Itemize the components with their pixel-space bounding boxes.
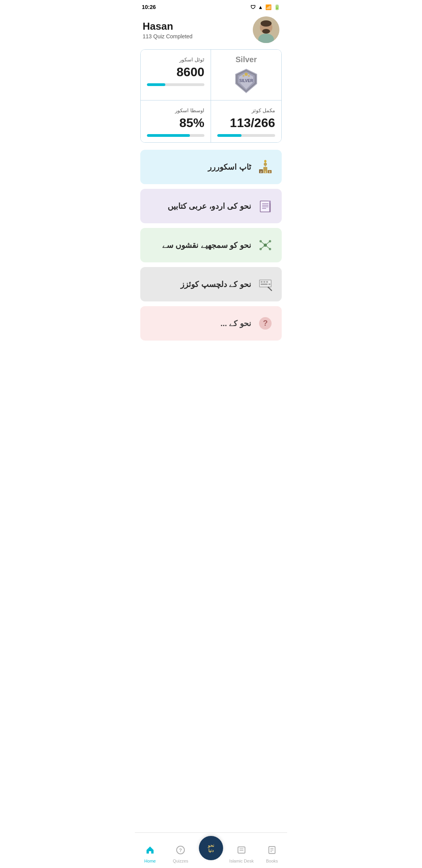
status-icons: 🛡 ▲ 📶 🔋 [250, 4, 280, 10]
completed-quiz-progress-bg [217, 134, 275, 137]
svg-text:2: 2 [260, 170, 262, 173]
quizzes-card[interactable]: نحو کے دلچسپ کوئزز [140, 267, 282, 301]
top-scorers-card[interactable]: ٹاپ اسکوررر 2 1 3 [140, 150, 282, 184]
nav-books[interactable]: Books [257, 845, 287, 863]
books-nav-label: Books [266, 859, 278, 863]
bottom-nav: Home ? Quizzes نحودنیا ‎ Islamic Desk [135, 832, 287, 868]
badge-label: Silver [236, 55, 257, 64]
shield-icon: 🛡 [250, 4, 256, 10]
svg-line-34 [261, 245, 265, 249]
svg-point-11 [248, 75, 250, 77]
home-label: Home [144, 859, 156, 863]
battery-icon: 🔋 [274, 4, 280, 10]
quizzes-nav-label: Quizzes [173, 859, 188, 863]
status-bar: 10:26 🛡 ▲ 📶 🔋 [135, 0, 287, 13]
menu-section: ٹاپ اسکوررر 2 1 3 [135, 143, 287, 342]
svg-text:3: 3 [269, 170, 270, 173]
svg-point-43 [268, 287, 269, 288]
signal-icon: ▲ [258, 4, 263, 10]
svg-rect-48 [238, 847, 245, 853]
silver-badge-icon: SILVER [232, 67, 260, 95]
header: Hasan 113 Quiz Completed [135, 13, 287, 49]
svg-text:SILVER: SILVER [239, 79, 253, 83]
svg-text:?: ? [179, 848, 182, 853]
nav-center[interactable]: نحودنیا ‎ [196, 836, 226, 865]
svg-line-33 [265, 241, 270, 245]
home-icon [145, 845, 155, 857]
extra-text: نحو کے ... [148, 319, 251, 328]
badge-cell: Silver SILVER [211, 50, 281, 100]
books-icon [257, 197, 274, 215]
nav-center-icon: نحودنیا [208, 843, 214, 853]
books-nav-icon [267, 845, 277, 857]
completed-quiz-value: 113/266 [217, 116, 275, 130]
top-scorers-text: ٹاپ اسکوررر [148, 162, 251, 172]
nav-center-circle: نحودنیا [199, 836, 223, 860]
islamic-desk-icon [237, 845, 246, 857]
diagrams-icon [257, 237, 274, 254]
avg-score-label: اوسطا اسکور [147, 108, 204, 113]
books-card[interactable]: نحو کی اردو، عربی کتابیں [140, 189, 282, 223]
books-text: نحو کی اردو، عربی کتابیں [148, 201, 251, 211]
svg-rect-41 [261, 283, 268, 285]
total-score-label: ٹوٹل اسکور [147, 57, 204, 63]
diagrams-text: نحو کو سمجھیے نقشوں سے [148, 240, 251, 250]
user-name: Hasan [143, 20, 193, 32]
svg-text:1: 1 [265, 170, 266, 173]
svg-point-3 [262, 29, 270, 34]
svg-line-32 [261, 241, 265, 245]
header-info: Hasan 113 Quiz Completed [143, 20, 193, 39]
svg-rect-39 [263, 281, 265, 283]
svg-rect-22 [261, 201, 269, 212]
svg-rect-38 [261, 281, 263, 283]
svg-rect-17 [265, 162, 266, 163]
completed-quiz-progress-fill [217, 134, 241, 137]
svg-point-15 [264, 163, 267, 166]
nav-home[interactable]: Home [135, 845, 165, 863]
top-scorers-icon: 2 1 3 [257, 158, 274, 176]
svg-point-9 [245, 73, 248, 76]
wifi-icon: 📶 [265, 4, 272, 10]
quiz-completed-count: 113 Quiz Completed [143, 33, 193, 39]
avg-score-progress-bg [147, 134, 204, 137]
avg-score-progress-fill [147, 134, 190, 137]
avg-score-cell: اوسطا اسکور 85% [141, 100, 211, 142]
nav-islamic-desk[interactable]: Islamic Desk [226, 845, 257, 863]
avatar [253, 16, 279, 43]
total-score-value: 8600 [147, 65, 204, 79]
svg-rect-42 [268, 283, 270, 285]
nav-quizzes[interactable]: ? Quizzes [165, 845, 196, 863]
extra-card[interactable]: نحو کے ... ? [140, 306, 282, 341]
quizzes-icon [257, 276, 274, 293]
total-score-cell: ٹوٹل اسکور 8600 [141, 50, 211, 100]
status-time: 10:26 [142, 4, 156, 10]
total-score-progress-fill [147, 83, 165, 86]
extra-icon: ? [257, 315, 274, 332]
completed-quiz-cell: مکمل کوئز 113/266 [211, 100, 281, 142]
diagrams-card[interactable]: نحو کو سمجھیے نقشوں سے [140, 228, 282, 262]
svg-line-35 [265, 245, 270, 249]
total-score-progress-bg [147, 83, 204, 86]
svg-rect-40 [266, 281, 268, 283]
quizzes-nav-icon: ? [176, 845, 185, 857]
svg-point-4 [261, 20, 272, 27]
svg-text:?: ? [263, 319, 268, 327]
stats-grid: ٹوٹل اسکور 8600 Silver SILVER [140, 49, 282, 143]
svg-point-10 [243, 75, 245, 77]
completed-quiz-label: مکمل کوئز [217, 108, 275, 113]
islamic-desk-label: Islamic Desk [229, 859, 254, 863]
avg-score-value: 85% [147, 116, 204, 130]
quizzes-text: نحو کے دلچسپ کوئزز [148, 280, 251, 289]
